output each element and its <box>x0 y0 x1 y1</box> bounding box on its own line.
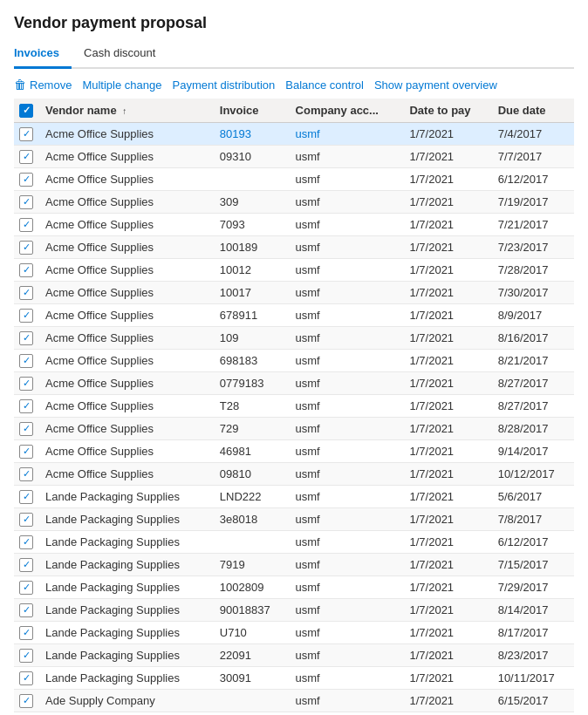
header-invoice[interactable]: Invoice <box>213 99 289 123</box>
row-checkbox[interactable]: ✓ <box>19 445 33 459</box>
row-checkbox[interactable]: ✓ <box>19 467 33 481</box>
row-check-cell[interactable]: ✓ <box>14 350 38 372</box>
table-row[interactable]: ✓Lande Packaging Supplies30091usmf1/7/20… <box>14 667 574 690</box>
header-check-col[interactable]: ✓ <box>14 99 38 123</box>
row-checkbox[interactable]: ✓ <box>19 150 33 164</box>
show-payment-overview-button[interactable]: Show payment overview <box>374 78 497 92</box>
table-row[interactable]: ✓Lande Packaging Suppliesusmf1/7/20216/1… <box>14 531 574 554</box>
row-company: usmf <box>289 191 403 214</box>
row-checkbox[interactable]: ✓ <box>19 671 33 685</box>
row-check-cell[interactable]: ✓ <box>14 531 38 554</box>
row-checkbox[interactable]: ✓ <box>19 399 33 413</box>
row-checkbox[interactable]: ✓ <box>19 173 33 187</box>
row-checkbox[interactable]: ✓ <box>19 603 33 617</box>
row-check-cell[interactable]: ✓ <box>14 395 38 418</box>
row-check-cell[interactable]: ✓ <box>14 508 38 531</box>
remove-icon: 🗑 <box>14 78 26 92</box>
table-row[interactable]: ✓Acme Office Supplies678911usmf1/7/20218… <box>14 304 574 327</box>
row-check-cell[interactable]: ✓ <box>14 236 38 259</box>
row-check-cell[interactable]: ✓ <box>14 576 38 599</box>
table-row[interactable]: ✓Acme Office Supplies309usmf1/7/20217/19… <box>14 191 574 214</box>
row-checkbox[interactable]: ✓ <box>19 127 33 141</box>
row-check-cell[interactable]: ✓ <box>14 168 38 191</box>
row-check-cell[interactable]: ✓ <box>14 123 38 146</box>
tab-cash-discount[interactable]: Cash discount <box>84 41 168 69</box>
row-due-date: 8/23/2017 <box>491 644 574 667</box>
row-checkbox[interactable]: ✓ <box>19 535 33 549</box>
row-check-cell[interactable]: ✓ <box>14 644 38 667</box>
table-row[interactable]: ✓Acme Office Supplies10017usmf1/7/20217/… <box>14 282 574 304</box>
row-checkbox[interactable]: ✓ <box>19 331 33 345</box>
row-check-cell[interactable]: ✓ <box>14 440 38 463</box>
row-checkbox[interactable]: ✓ <box>19 286 33 300</box>
remove-button[interactable]: 🗑 Remove <box>14 78 72 92</box>
row-checkbox[interactable]: ✓ <box>19 377 33 391</box>
payment-distribution-button[interactable]: Payment distribution <box>172 78 275 92</box>
table-row[interactable]: ✓Acme Office Supplies80193usmf1/7/20217/… <box>14 123 574 146</box>
row-checkbox[interactable]: ✓ <box>19 694 33 708</box>
table-row[interactable]: ✓Lande Packaging Supplies22091usmf1/7/20… <box>14 644 574 667</box>
sort-asc-icon: ↑ <box>122 106 126 116</box>
header-date-to-pay[interactable]: Date to pay <box>402 99 490 123</box>
row-checkbox[interactable]: ✓ <box>19 558 33 572</box>
table-row[interactable]: ✓Acme Office Supplies09810usmf1/7/202110… <box>14 463 574 486</box>
table-row[interactable]: ✓Acme Office Supplies10012usmf1/7/20217/… <box>14 259 574 282</box>
row-check-cell[interactable]: ✓ <box>14 304 38 327</box>
row-check-cell[interactable]: ✓ <box>14 327 38 350</box>
table-row[interactable]: ✓Acme Office Supplies698183usmf1/7/20218… <box>14 350 574 372</box>
header-vendor-name[interactable]: Vendor name ↑ <box>38 99 213 123</box>
select-all-checkbox[interactable]: ✓ <box>19 104 33 118</box>
row-check-cell[interactable]: ✓ <box>14 599 38 622</box>
table-row[interactable]: ✓Lande Packaging Supplies1002809usmf1/7/… <box>14 576 574 599</box>
row-invoice[interactable]: 80193 <box>213 123 289 146</box>
table-row[interactable]: ✓Acme Office Supplies729usmf1/7/20218/28… <box>14 418 574 440</box>
row-checkbox[interactable]: ✓ <box>19 513 33 527</box>
table-row[interactable]: ✓Lande Packaging SuppliesU710usmf1/7/202… <box>14 622 574 644</box>
table-row[interactable]: ✓Acme Office Supplies109usmf1/7/20218/16… <box>14 327 574 350</box>
balance-control-button[interactable]: Balance control <box>285 78 364 92</box>
table-row[interactable]: ✓Acme Office Supplies0779183usmf1/7/2021… <box>14 372 574 395</box>
table-row[interactable]: ✓Acme Office Supplies46981usmf1/7/20219/… <box>14 440 574 463</box>
table-row[interactable]: ✓Ade Supply CompanyC3801usmf1/7/20217/22… <box>14 712 574 716</box>
row-checkmark: ✓ <box>23 220 31 229</box>
row-check-cell[interactable]: ✓ <box>14 667 38 690</box>
row-checkbox[interactable]: ✓ <box>19 649 33 663</box>
table-row[interactable]: ✓Acme Office Suppliesusmf1/7/20216/12/20… <box>14 168 574 191</box>
row-check-cell[interactable]: ✓ <box>14 486 38 508</box>
row-check-cell[interactable]: ✓ <box>14 690 38 712</box>
row-check-cell[interactable]: ✓ <box>14 418 38 440</box>
table-row[interactable]: ✓Acme Office Supplies7093usmf1/7/20217/2… <box>14 214 574 236</box>
row-check-cell[interactable]: ✓ <box>14 372 38 395</box>
row-checkbox[interactable]: ✓ <box>19 626 33 640</box>
row-check-cell[interactable]: ✓ <box>14 712 38 716</box>
row-checkbox[interactable]: ✓ <box>19 354 33 368</box>
row-checkbox[interactable]: ✓ <box>19 241 33 255</box>
row-checkbox[interactable]: ✓ <box>19 218 33 232</box>
row-check-cell[interactable]: ✓ <box>14 554 38 576</box>
row-checkbox[interactable]: ✓ <box>19 581 33 595</box>
row-check-cell[interactable]: ✓ <box>14 146 38 168</box>
row-check-cell[interactable]: ✓ <box>14 463 38 486</box>
table-row[interactable]: ✓Acme Office Supplies100189usmf1/7/20217… <box>14 236 574 259</box>
row-check-cell[interactable]: ✓ <box>14 191 38 214</box>
row-checkbox[interactable]: ✓ <box>19 309 33 323</box>
table-row[interactable]: ✓Lande Packaging Supplies90018837usmf1/7… <box>14 599 574 622</box>
multiple-change-button[interactable]: Multiple change <box>82 78 161 92</box>
tab-invoices[interactable]: Invoices <box>14 41 72 69</box>
table-row[interactable]: ✓Acme Office SuppliesT28usmf1/7/20218/27… <box>14 395 574 418</box>
row-checkbox[interactable]: ✓ <box>19 195 33 209</box>
header-company-acc[interactable]: Company acc... <box>289 99 403 123</box>
row-check-cell[interactable]: ✓ <box>14 214 38 236</box>
header-due-date[interactable]: Due date <box>491 99 574 123</box>
table-row[interactable]: ✓Ade Supply Companyusmf1/7/20216/15/2017 <box>14 690 574 712</box>
row-check-cell[interactable]: ✓ <box>14 622 38 644</box>
row-checkbox[interactable]: ✓ <box>19 422 33 436</box>
table-row[interactable]: ✓Lande Packaging Supplies7919usmf1/7/202… <box>14 554 574 576</box>
row-checkbox[interactable]: ✓ <box>19 263 33 277</box>
row-checkbox[interactable]: ✓ <box>19 490 33 504</box>
table-row[interactable]: ✓Lande Packaging SuppliesLND222usmf1/7/2… <box>14 486 574 508</box>
row-check-cell[interactable]: ✓ <box>14 282 38 304</box>
table-row[interactable]: ✓Lande Packaging Supplies3e8018usmf1/7/2… <box>14 508 574 531</box>
table-row[interactable]: ✓Acme Office Supplies09310usmf1/7/20217/… <box>14 146 574 168</box>
row-check-cell[interactable]: ✓ <box>14 259 38 282</box>
